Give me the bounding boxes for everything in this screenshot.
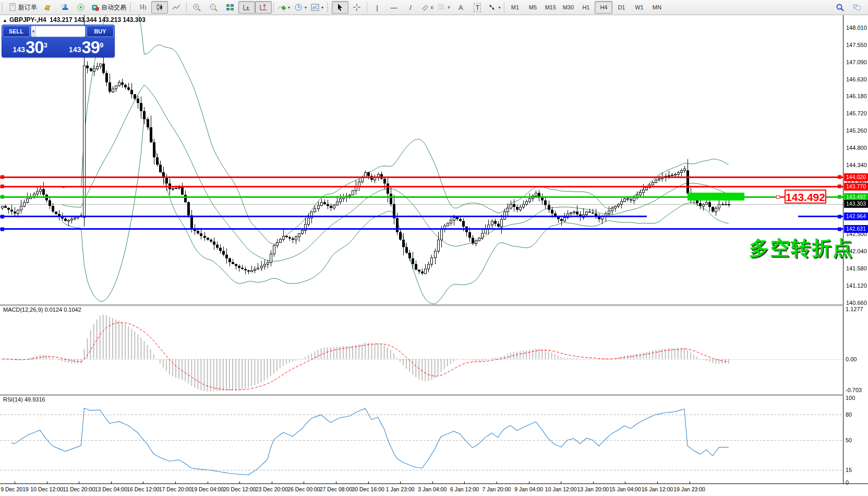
horizontal-line-142.964[interactable]	[0, 216, 647, 217]
crosshair-button[interactable]	[348, 1, 365, 14]
price-tick-label: 140.660	[846, 300, 868, 306]
price-chip-142.631: 142.631	[844, 225, 868, 233]
toolbar-separator	[273, 2, 274, 13]
volume-input[interactable]	[36, 26, 86, 37]
line-anchor[interactable]	[838, 195, 841, 199]
periods-button[interactable]: ▾	[292, 1, 309, 14]
line-chart-button[interactable]	[168, 1, 185, 14]
ohlc-collapse-arrow[interactable]: ▲	[3, 18, 7, 23]
timeframe-m15[interactable]: M15	[541, 1, 559, 14]
market-button[interactable]	[39, 1, 56, 14]
candlestick-button[interactable]	[151, 1, 168, 14]
macd-scale-label: 0.00	[846, 356, 857, 362]
horizontal-line-142.964[interactable]	[798, 216, 843, 217]
line-anchor[interactable]	[838, 227, 841, 231]
autotrading-icon	[91, 3, 100, 11]
time-tick-label: 11 Dec 20:00	[63, 486, 95, 492]
templates-button[interactable]: ▾	[309, 1, 326, 14]
text-label-button[interactable]: T	[469, 1, 486, 14]
search-button[interactable]	[831, 1, 848, 14]
price-tick-label: 145.260	[846, 127, 868, 134]
time-tick-label: 7 Jan 20:00	[483, 486, 511, 492]
buy-button[interactable]: BUY	[87, 26, 114, 37]
fibonacci-button[interactable]: F	[436, 1, 452, 14]
time-tick-label: 26 Dec 00:00	[287, 486, 320, 492]
sell-button[interactable]: SELL	[3, 26, 30, 37]
line-anchor[interactable]	[1, 227, 4, 231]
trendline-button[interactable]: /	[402, 1, 419, 14]
symbol-header: ▲GBPJPY-,H4 143.217 143.344 143.213 143.…	[3, 16, 146, 23]
line-anchor[interactable]	[838, 215, 841, 218]
time-tick-label: 30 Dec 16:00	[352, 486, 384, 492]
mt4-window: 新订单 自动交易	[0, 0, 868, 496]
text-button[interactable]: A	[452, 1, 469, 14]
horizontal-line-button[interactable]: —	[385, 1, 402, 14]
arrows-button[interactable]: ▾	[486, 1, 502, 14]
text-label-icon: T	[474, 3, 481, 12]
price-level-label[interactable]: 143.492	[785, 190, 826, 204]
timeframe-mn[interactable]: MN	[648, 1, 666, 14]
new-order-button[interactable]: 新订单	[6, 1, 39, 14]
bar-chart-button[interactable]	[135, 1, 151, 14]
zoom-in-button[interactable]	[188, 1, 205, 14]
tile-windows-icon	[226, 3, 234, 11]
sell-price[interactable]: 143 30 3	[3, 38, 58, 56]
vertical-line-button[interactable]: |	[369, 1, 385, 14]
time-tick-label: 13 Jan 20:00	[577, 486, 609, 492]
auto-trading-label: 自动交易	[101, 3, 126, 12]
auto-trading-button[interactable]: 自动交易	[89, 1, 128, 14]
horizontal-line-142.631[interactable]	[0, 228, 843, 230]
indicators-button[interactable]: ▾	[275, 1, 292, 14]
timeframe-h4[interactable]: H4	[595, 1, 612, 14]
volume-decrease-button[interactable]: ▼	[31, 26, 36, 37]
signals-button[interactable]	[73, 1, 89, 14]
timeframe-h1[interactable]: H1	[577, 1, 595, 14]
timeframe-m30[interactable]: M30	[559, 1, 577, 14]
cursor-button[interactable]	[332, 1, 348, 14]
toolbar: 新订单 自动交易	[0, 0, 868, 15]
timeframe-w1[interactable]: W1	[630, 1, 648, 14]
line-anchor[interactable]	[838, 185, 841, 188]
channel-button[interactable]: E	[419, 1, 436, 14]
time-tick-label: 9 Jan 04:00	[514, 486, 543, 492]
price-tick-label: 147.550	[846, 42, 868, 48]
toolbar-separator	[367, 2, 367, 13]
tile-windows-button[interactable]	[222, 1, 238, 14]
toolbar-separator	[186, 2, 187, 13]
line-anchor[interactable]	[1, 215, 4, 218]
horizontal-line-143.770[interactable]	[0, 186, 843, 187]
crosshair-icon	[353, 3, 361, 11]
chart-canvas[interactable]	[0, 15, 868, 483]
line-anchor[interactable]	[1, 195, 4, 199]
toolbar-grip	[2, 3, 5, 12]
time-tick-label: 17 Dec 20:00	[159, 486, 191, 492]
market-gold-icon	[43, 3, 52, 11]
line-anchor[interactable]	[1, 175, 4, 179]
fibonacci-icon	[438, 3, 446, 11]
community-button[interactable]	[56, 1, 73, 14]
dropdown-caret: ▾	[498, 5, 500, 10]
templates-icon	[311, 3, 319, 11]
signals-icon	[77, 3, 85, 11]
time-tick-label: 16 Dec 12:00	[127, 486, 159, 492]
buy-price[interactable]: 143 39 9	[59, 38, 114, 56]
timeframe-m1[interactable]: M1	[506, 1, 524, 14]
highlight-rectangle[interactable]	[688, 193, 744, 200]
line-anchor[interactable]	[1, 185, 4, 188]
chat-button[interactable]	[848, 1, 865, 14]
rsi-scale-label: 100	[846, 395, 855, 401]
line-anchor[interactable]	[838, 175, 841, 179]
dropdown-caret: ▾	[288, 5, 290, 10]
timeframe-m5[interactable]: M5	[524, 1, 541, 14]
chart-shift-button[interactable]	[255, 1, 272, 14]
time-tick-label: 19 Dec 04:00	[191, 486, 223, 492]
dropdown-caret: ▾	[321, 5, 323, 10]
horizontal-line-144.020[interactable]	[0, 176, 843, 178]
toolbar-grip	[130, 3, 133, 12]
auto-scroll-button[interactable]	[238, 1, 255, 14]
zoom-out-button[interactable]	[205, 1, 222, 14]
timeframe-d1[interactable]: D1	[612, 1, 630, 14]
sell-price-big: 30	[26, 40, 44, 55]
new-order-label: 新订单	[18, 3, 37, 12]
chinese-annotation[interactable]: 多空转折点	[749, 235, 853, 262]
